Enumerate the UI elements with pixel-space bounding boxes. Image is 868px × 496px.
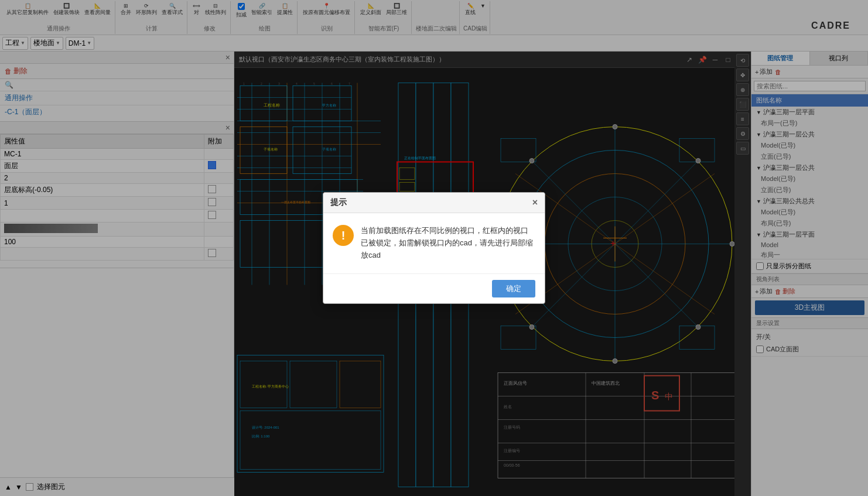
modal-dialog: 提示 × ! 当前加载图纸存在不同比例的视口，红框内的视口已被锁定，如需解锁视口… (323, 192, 545, 303)
modal-overlay: 提示 × ! 当前加载图纸存在不同比例的视口，红框内的视口已被锁定，如需解锁视口… (0, 0, 868, 496)
modal-footer: 确定 (323, 273, 545, 303)
modal-message: 当前加载图纸存在不同比例的视口，红框内的视口已被锁定，如需解锁视口内的cad，请… (361, 225, 535, 261)
modal-title: 提示 (330, 197, 347, 208)
modal-header: 提示 × (323, 193, 545, 213)
modal-body: ! 当前加载图纸存在不同比例的视口，红框内的视口已被锁定，如需解锁视口内的cad… (323, 213, 545, 273)
modal-ok-btn[interactable]: 确定 (492, 280, 535, 297)
modal-warning-icon: ! (333, 225, 354, 246)
modal-close-btn[interactable]: × (532, 197, 538, 208)
